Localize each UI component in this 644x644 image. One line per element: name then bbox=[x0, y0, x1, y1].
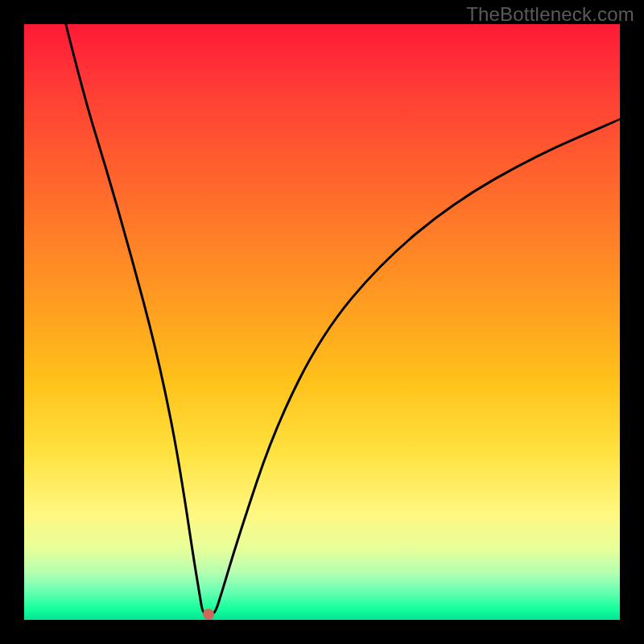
watermark-text: TheBottleneck.com bbox=[466, 3, 634, 26]
plot-area bbox=[24, 24, 620, 620]
chart-frame: TheBottleneck.com bbox=[0, 0, 644, 644]
bottleneck-curve bbox=[66, 24, 620, 614]
optimal-point-marker bbox=[203, 609, 214, 620]
curve-svg bbox=[24, 24, 620, 620]
